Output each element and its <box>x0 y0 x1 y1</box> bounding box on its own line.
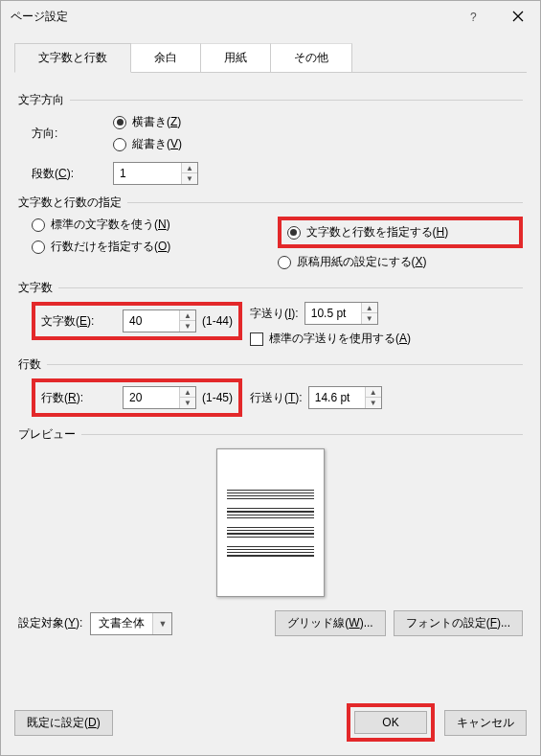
tab-other[interactable]: その他 <box>270 43 352 72</box>
radio-icon <box>287 226 301 240</box>
radio-grid-paper[interactable]: 原稿用紙の設定にする(X) <box>278 254 524 270</box>
line-pitch-spinner[interactable]: ▲▼ <box>308 386 382 409</box>
spin-down-icon[interactable]: ▼ <box>362 313 377 324</box>
radio-rows-only[interactable]: 行数だけを指定する(O) <box>32 239 278 255</box>
char-pitch-input[interactable] <box>305 303 361 324</box>
tab-paper[interactable]: 用紙 <box>200 43 271 72</box>
group-text-direction: 文字方向 <box>18 92 64 108</box>
spin-up-icon[interactable]: ▲ <box>362 303 377 313</box>
preview-page <box>216 448 325 597</box>
line-pitch-label: 行送り(T): <box>250 390 303 406</box>
group-preview: プレビュー <box>18 426 76 443</box>
spin-up-icon[interactable]: ▲ <box>182 163 197 173</box>
spin-down-icon[interactable]: ▼ <box>180 398 195 408</box>
radio-icon <box>113 116 126 129</box>
tab-margins[interactable]: 余白 <box>130 43 201 72</box>
gridlines-button[interactable]: グリッド線(W)... <box>275 610 385 636</box>
radio-vertical[interactable]: 縦書き(V) <box>113 136 182 152</box>
spin-down-icon[interactable]: ▼ <box>366 398 381 408</box>
group-lines: 行数 <box>18 356 41 373</box>
radio-icon <box>278 256 291 269</box>
char-pitch-spinner[interactable]: ▲▼ <box>304 302 378 325</box>
titlebar: ページ設定 ? <box>1 1 540 32</box>
tab-bar: 文字数と行数 余白 用紙 その他 <box>14 43 527 73</box>
radio-horizontal[interactable]: 横書き(Z) <box>113 114 182 130</box>
spin-up-icon[interactable]: ▲ <box>180 387 195 398</box>
group-chars: 文字数 <box>18 280 53 296</box>
chevron-down-icon: ▼ <box>152 613 171 634</box>
line-pitch-input[interactable] <box>309 387 365 408</box>
checkbox-std-pitch[interactable]: 標準の字送りを使用する(A) <box>250 331 411 347</box>
radio-icon <box>113 138 126 151</box>
help-button[interactable]: ? <box>452 1 496 32</box>
radio-specify-both[interactable]: 文字数と行数を指定する(H) <box>287 224 449 241</box>
dialog-window: ページ設定 ? 文字数と行数 余白 用紙 その他 文字方向 方向: 横書き(Z) <box>0 0 541 756</box>
chars-label: 文字数(E): <box>41 313 123 330</box>
radio-icon <box>32 218 45 232</box>
apply-to-label: 設定対象(Y): <box>18 615 82 631</box>
checkbox-icon <box>250 332 263 346</box>
char-pitch-label: 字送り(I): <box>250 306 299 322</box>
dialog-footer: 既定に設定(D) OK キャンセル <box>1 694 540 755</box>
chars-input[interactable] <box>124 310 179 332</box>
cancel-button[interactable]: キャンセル <box>444 710 527 736</box>
content: 文字数と行数 余白 用紙 その他 文字方向 方向: 横書き(Z) 縦書き(V) <box>1 32 540 694</box>
tab-panel: 文字方向 方向: 横書き(Z) 縦書き(V) 段数(C): <box>14 73 527 684</box>
spin-down-icon[interactable]: ▼ <box>180 321 195 332</box>
lines-input[interactable] <box>124 387 179 408</box>
close-button[interactable] <box>496 1 540 32</box>
lines-range: (1-45) <box>202 391 233 404</box>
highlight-lines: 行数(R): ▲▼ (1-45) <box>32 378 242 417</box>
spin-up-icon[interactable]: ▲ <box>180 310 195 321</box>
lines-spinner[interactable]: ▲▼ <box>123 386 196 409</box>
highlight-ok: OK <box>347 703 435 742</box>
spin-down-icon[interactable]: ▼ <box>182 173 197 184</box>
preview-area <box>18 448 523 597</box>
set-default-button[interactable]: 既定に設定(D) <box>14 710 113 736</box>
direction-label: 方向: <box>32 126 113 142</box>
dialog-title: ページ設定 <box>11 9 452 25</box>
group-spec: 文字数と行数の指定 <box>18 195 122 211</box>
lines-label: 行数(R): <box>41 390 123 406</box>
font-settings-button[interactable]: フォントの設定(F)... <box>394 610 523 636</box>
apply-to-select[interactable]: 文書全体 ▼ <box>90 612 172 635</box>
apply-to-value: 文書全体 <box>91 615 152 631</box>
highlight-spec-both: 文字数と行数を指定する(H) <box>278 217 524 248</box>
highlight-chars: 文字数(E): ▲▼ (1-44) <box>32 302 242 340</box>
spin-up-icon[interactable]: ▲ <box>366 387 381 398</box>
chars-range: (1-44) <box>202 314 233 328</box>
ok-button[interactable]: OK <box>354 711 427 734</box>
columns-label: 段数(C): <box>32 166 113 182</box>
columns-input[interactable] <box>114 163 181 184</box>
radio-std-chars[interactable]: 標準の文字数を使う(N) <box>32 217 278 233</box>
tab-chars-lines[interactable]: 文字数と行数 <box>14 43 131 73</box>
chars-spinner[interactable]: ▲▼ <box>123 309 196 332</box>
svg-text:?: ? <box>470 11 477 23</box>
columns-spinner[interactable]: ▲▼ <box>113 162 198 185</box>
radio-icon <box>32 241 45 254</box>
